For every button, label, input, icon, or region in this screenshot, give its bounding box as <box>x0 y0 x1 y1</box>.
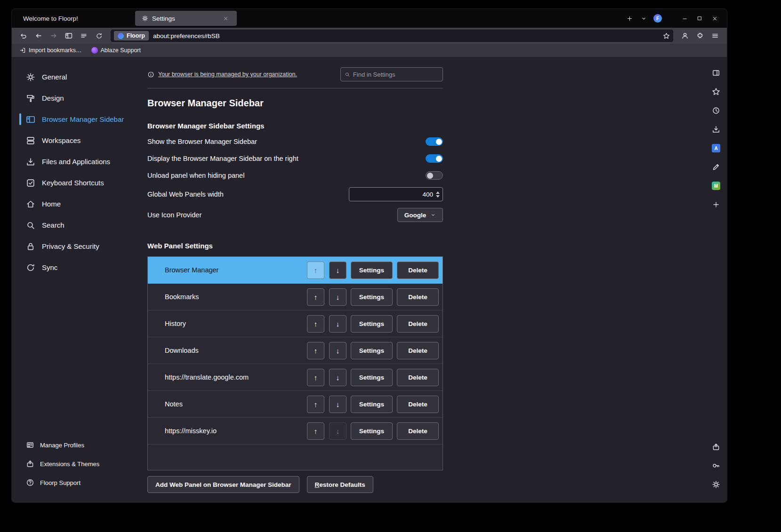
notes-panel-button[interactable] <box>709 159 724 175</box>
account-button[interactable] <box>678 30 692 42</box>
panel-settings-button[interactable]: Settings <box>351 262 393 279</box>
sidebar-item-general[interactable]: General <box>12 66 135 87</box>
close-window-button[interactable] <box>707 12 722 25</box>
move-up-button[interactable]: ↑ <box>307 422 324 440</box>
move-down-button[interactable]: ↓ <box>329 262 346 279</box>
maximize-button[interactable] <box>692 12 707 25</box>
find-in-settings-input[interactable] <box>353 71 439 78</box>
move-up-button[interactable]: ↑ <box>307 315 324 333</box>
setting-row-unload-panel: Unload panel when hiding panel <box>147 170 443 181</box>
stepper-up-icon[interactable] <box>436 191 440 194</box>
add-panel-button[interactable] <box>709 197 724 212</box>
move-up-button[interactable]: ↑ <box>307 262 324 279</box>
button-label: Add Web Panel on Browser Manager Sidebar <box>155 481 291 488</box>
sidebar-item-floorp-support[interactable]: Floorp Support <box>12 473 135 492</box>
move-down-button[interactable]: ↓ <box>329 288 346 306</box>
sidebar-item-privacy-security[interactable]: Privacy & Security <box>12 236 135 257</box>
bookmarks-panel-button[interactable] <box>709 84 724 99</box>
forward-button[interactable] <box>47 30 61 42</box>
add-web-panel-button[interactable]: Add Web Panel on Browser Manager Sidebar <box>147 476 299 493</box>
bookmark-star-button[interactable] <box>663 32 670 40</box>
move-down-button[interactable]: ↓ <box>329 315 346 333</box>
panel-delete-button[interactable]: Delete <box>397 342 439 359</box>
bookmark-ablaze-support[interactable]: Ablaze Support <box>91 47 141 54</box>
panel-settings-button[interactable]: Settings <box>351 315 393 333</box>
url-text[interactable]: about:preferences#bSB <box>153 32 659 40</box>
bookmark-import-bookmarks[interactable]: Import bookmarks… <box>19 47 82 54</box>
panel-settings-button[interactable]: Settings <box>351 396 393 413</box>
toggle-sidebar-button[interactable] <box>62 30 76 42</box>
icon-provider-select[interactable]: Google <box>397 208 443 222</box>
tab-settings[interactable]: Settings <box>135 11 237 26</box>
sidebar-item-sync[interactable]: Sync <box>12 257 135 278</box>
history-clock-icon <box>712 106 720 115</box>
url-bar[interactable]: Floorp about:preferences#bSB <box>111 30 673 42</box>
managed-by-organization-link[interactable]: Your browser is being managed by your or… <box>158 71 297 78</box>
translate-panel-button[interactable]: A <box>709 141 724 156</box>
panel-delete-button[interactable]: Delete <box>397 422 439 440</box>
panel-delete-button[interactable]: Delete <box>397 315 439 333</box>
panel-delete-button[interactable]: Delete <box>397 288 439 306</box>
stepper-down-icon[interactable] <box>436 195 440 198</box>
sidebar-item-home[interactable]: Home <box>12 193 135 214</box>
tab-close-icon[interactable] <box>221 14 230 23</box>
sidebar-settings-button[interactable] <box>709 477 724 492</box>
tab-welcome-floorp[interactable]: Welcome to Floorp! <box>16 11 133 26</box>
web-panel-row-translate[interactable]: https://translate.google.com ↑ ↓ Setting… <box>148 364 443 391</box>
list-all-tabs-button[interactable] <box>636 12 651 25</box>
move-down-button[interactable]: ↓ <box>329 369 346 386</box>
web-panel-row-bookmarks[interactable]: Bookmarks ↑ ↓ Settings Delete <box>148 284 443 310</box>
unload-panel-toggle[interactable] <box>426 171 443 180</box>
panel-delete-button[interactable]: Delete <box>397 369 439 386</box>
history-panel-button[interactable] <box>709 103 724 118</box>
reader-list-button[interactable] <box>77 30 91 42</box>
sidebar-item-extensions-themes[interactable]: Extensions & Themes <box>12 454 135 473</box>
sidebar-item-design[interactable]: Design <box>12 87 135 109</box>
sidebar-item-manage-profiles[interactable]: Manage Profiles <box>12 436 135 454</box>
lock-icon <box>26 242 35 251</box>
misskey-panel-button[interactable]: M <box>709 178 724 193</box>
panels-width-input[interactable] <box>349 191 436 198</box>
open-in-window-button[interactable] <box>709 439 724 454</box>
move-up-button[interactable]: ↑ <box>307 288 324 306</box>
sidebar-item-files-and-applications[interactable]: Files and Applications <box>12 151 135 172</box>
move-up-button[interactable]: ↑ <box>307 369 324 386</box>
panel-settings-button[interactable]: Settings <box>351 342 393 359</box>
web-panel-row-browser-manager[interactable]: Browser Manager ↑ ↓ Settings Delete <box>148 257 443 284</box>
web-panel-row-notes[interactable]: Notes ↑ ↓ Settings Delete <box>148 391 443 418</box>
browser-manager-panel-button[interactable] <box>709 65 724 80</box>
sidebar-item-workspaces[interactable]: Workspaces <box>12 130 135 151</box>
sidebar-item-search[interactable]: Search <box>12 214 135 236</box>
sidebar-on-right-toggle[interactable] <box>426 154 443 163</box>
keep-panel-open-button[interactable] <box>709 458 724 473</box>
panel-delete-button[interactable]: Delete <box>397 396 439 413</box>
downloads-panel-button[interactable] <box>709 122 724 137</box>
app-menu-button[interactable] <box>708 30 722 42</box>
undo-close-tab-button[interactable] <box>16 30 31 42</box>
sidebar-item-keyboard-shortcuts[interactable]: Keyboard Shortcuts <box>12 172 135 193</box>
move-down-button[interactable]: ↓ <box>329 422 346 440</box>
move-down-button[interactable]: ↓ <box>329 396 346 413</box>
restore-defaults-button[interactable]: Restore Defaults <box>307 476 373 493</box>
find-in-settings-box[interactable] <box>340 67 443 81</box>
minimize-button[interactable] <box>677 12 692 25</box>
web-panel-row-history[interactable]: History ↑ ↓ Settings Delete <box>148 310 443 337</box>
panel-settings-button[interactable]: Settings <box>351 288 393 306</box>
new-tab-button[interactable] <box>622 12 636 25</box>
web-panel-row-misskey[interactable]: https://misskey.io ↑ ↓ Settings Delete <box>148 418 443 445</box>
reload-button[interactable] <box>92 30 106 42</box>
web-panel-row-downloads[interactable]: Downloads ↑ ↓ Settings Delete <box>148 337 443 364</box>
floorp-identity-chip[interactable]: Floorp <box>114 31 149 40</box>
move-up-button[interactable]: ↑ <box>307 396 324 413</box>
panel-settings-button[interactable]: Settings <box>351 369 393 386</box>
panel-settings-button[interactable]: Settings <box>351 422 393 440</box>
extensions-button[interactable] <box>693 30 707 42</box>
move-up-button[interactable]: ↑ <box>307 342 324 359</box>
sidebar-item-browser-manager-sidebar[interactable]: Browser Manager Sidebar <box>12 109 135 130</box>
floorp-menu-button[interactable]: F <box>651 12 665 25</box>
number-stepper[interactable] <box>436 191 440 198</box>
show-sidebar-toggle[interactable] <box>426 137 443 146</box>
panel-delete-button[interactable]: Delete <box>397 262 439 279</box>
move-down-button[interactable]: ↓ <box>329 342 346 359</box>
back-button[interactable] <box>32 30 46 42</box>
